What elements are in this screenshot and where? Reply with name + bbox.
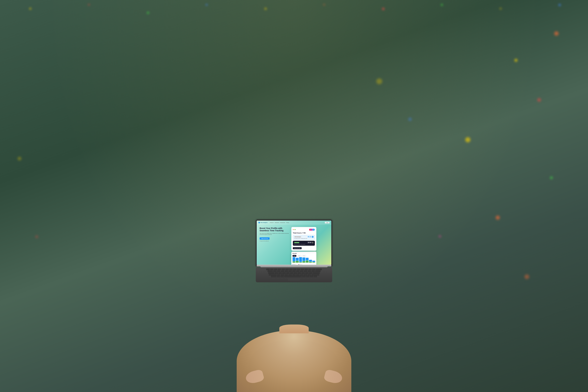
key (289, 268, 293, 270)
timer-tag-2: Acme Corp (294, 242, 299, 243)
total-value: 7:55 (302, 232, 306, 234)
key (275, 272, 278, 274)
key (304, 270, 307, 272)
key (301, 272, 305, 274)
bar-sun-billable (312, 261, 315, 262)
key-alt-right (306, 276, 309, 277)
key (304, 274, 307, 275)
key-cmd-right (302, 276, 306, 277)
key (270, 268, 274, 270)
key (277, 270, 280, 272)
total-hours: Total hours: 7:55 (293, 232, 315, 234)
tracker-card: A B C Total hours: 7:55 (291, 227, 316, 251)
bar-sat: Sat (309, 260, 312, 264)
main-content: Time Analytics Product ▾ Industries ▾ Re… (0, 0, 588, 392)
nav-logo-text: Time Analytics (260, 222, 268, 223)
play-button-1[interactable]: ▶ (312, 236, 314, 238)
key-enter (313, 272, 320, 274)
hero-left: Boost Your Profits with Seamless Time Tr… (260, 227, 289, 242)
key (298, 272, 301, 274)
hand-left (245, 369, 265, 385)
timer-tag-1: MK Technologies (294, 236, 301, 238)
hero-right: A B C Total hours: 7:55 (291, 227, 328, 265)
tracker-header: A B C (293, 228, 315, 231)
laptop: Time Analytics Product ▾ Industries ▾ Re… (256, 220, 332, 282)
dot-red (293, 229, 294, 230)
bar-fri-nonbillable (306, 260, 309, 262)
key (281, 270, 284, 272)
key (308, 268, 312, 270)
nav-link-pricing[interactable]: Pricing (286, 222, 289, 223)
key-row-3 (258, 272, 330, 274)
results-card: Results Team Project Period (291, 252, 316, 265)
hero-title: Boost Your Profits with Seamless Time Tr… (260, 227, 289, 232)
bar-wed-nonbillable (299, 262, 302, 262)
bar-thu: Thu (302, 258, 305, 264)
key-arrow-right (314, 276, 317, 277)
bar-tue-nonbillable (296, 261, 299, 262)
nav-link-product[interactable]: Product ▾ (270, 222, 274, 223)
timer-top-2: Acme Corp 18:54 ⏸ (294, 242, 314, 244)
key (285, 270, 288, 272)
key (281, 274, 284, 275)
key-shift-right (311, 274, 319, 275)
turtleneck (279, 324, 309, 333)
key (304, 268, 308, 270)
nav-link-industries[interactable]: Industries ▾ (275, 222, 279, 223)
key (277, 274, 280, 275)
pause-button-2[interactable]: ⏸ (312, 242, 314, 244)
timer-time-1: 45:21 (308, 236, 311, 238)
nav-logo: Time Analytics (258, 222, 268, 223)
key (278, 272, 282, 274)
tab-period[interactable]: Period (302, 255, 306, 257)
nav-link-resources[interactable]: Resources ▾ (280, 222, 285, 223)
screen-bezel: Time Analytics Product ▾ Industries ▾ Re… (256, 220, 332, 266)
key (308, 270, 311, 272)
bar-sun: Sun (312, 261, 315, 264)
bar-sat-billable (309, 260, 312, 262)
bar-label-thu: Thu (303, 263, 304, 264)
hand-right (323, 369, 343, 385)
key-enter-top (315, 270, 320, 272)
key (309, 272, 313, 274)
key-row-2 (258, 270, 330, 272)
key (300, 270, 303, 272)
key-ctrl (271, 276, 276, 277)
key (278, 268, 281, 270)
nav-login-button[interactable]: Login (325, 222, 330, 224)
bar-label-wed: Wed (300, 263, 301, 264)
key-cmd-left (280, 276, 284, 277)
keep-track-button[interactable]: Keep track of time (293, 247, 302, 249)
dot-yellow (294, 229, 295, 230)
key (300, 274, 303, 275)
window-dots (293, 229, 296, 230)
key (282, 272, 286, 274)
results-chart: Mon Tue (293, 258, 315, 264)
bar-mon: Mon (293, 257, 295, 264)
timer-top-1: MK Technologies 45:21 ▶ (294, 236, 314, 238)
dot-green (295, 229, 296, 230)
key (288, 274, 292, 275)
trial-text: 14 days trial. No credit card. (260, 240, 289, 242)
tab-project[interactable]: Project (297, 255, 301, 257)
bar-thu-billable (302, 258, 305, 261)
key (292, 270, 296, 272)
cta-button[interactable]: Sign up for free (260, 237, 270, 240)
avatar-3: C (313, 228, 315, 231)
key (294, 272, 297, 274)
key-caps (268, 272, 274, 274)
key (296, 270, 300, 272)
key-row-4 (258, 274, 330, 275)
nav-links: Product ▾ Industries ▾ Resources ▾ Prici… (270, 222, 289, 223)
key (281, 268, 285, 270)
key (285, 274, 288, 275)
key (305, 272, 309, 274)
key-alt-left (276, 276, 280, 277)
bar-label-fri: Fri (307, 263, 308, 264)
avatar-group: A B C (310, 228, 315, 231)
trackpad (288, 278, 300, 280)
timer-row-1: MK Technologies 45:21 ▶ Consulting servi… (293, 235, 315, 240)
tab-team[interactable]: Team (293, 255, 296, 257)
key (290, 272, 293, 274)
key-space (284, 276, 302, 277)
